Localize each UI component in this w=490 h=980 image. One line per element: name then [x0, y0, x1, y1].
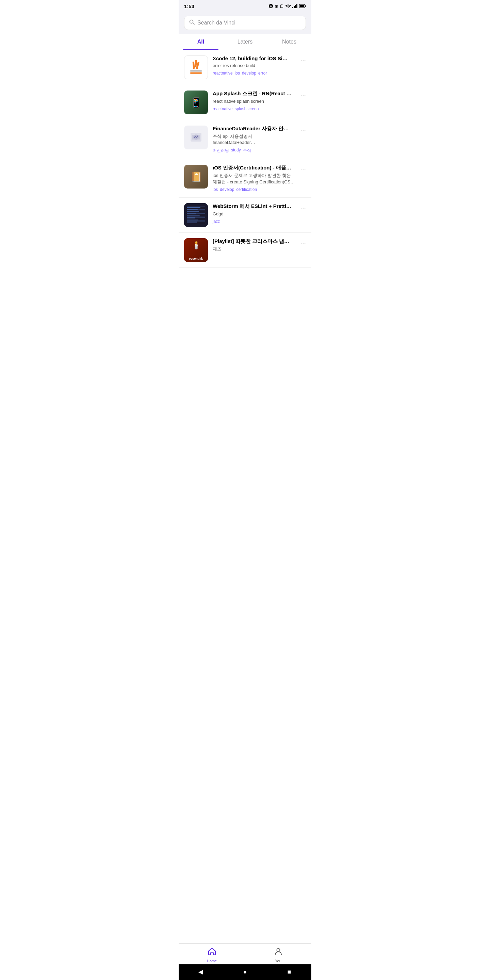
article-list: Xcode 12, building for iOS Simulat... er…	[179, 50, 311, 268]
item-desc: react native splash screen	[213, 98, 295, 105]
svg-rect-25	[187, 220, 198, 221]
more-button[interactable]: ···	[300, 238, 306, 247]
more-button[interactable]: ···	[300, 126, 306, 134]
more-button[interactable]: ···	[300, 91, 306, 99]
item-tags: reactnative splashscreen	[213, 107, 295, 111]
tag: develop	[242, 71, 256, 76]
svg-rect-6	[300, 5, 304, 8]
search-icon	[189, 19, 195, 26]
list-item[interactable]: Xcode 12, building for iOS Simulat... er…	[179, 50, 311, 85]
item-content: App Splash 스크린 - RN(React Nati... react …	[213, 91, 295, 111]
tag: error	[258, 71, 267, 76]
svg-rect-5	[305, 5, 306, 7]
svg-rect-13	[192, 62, 195, 69]
search-bar[interactable]: Search da Vinci	[184, 16, 306, 30]
item-desc: Gdgd	[213, 211, 295, 217]
tag: jazz	[213, 219, 220, 224]
svg-rect-1	[294, 6, 295, 8]
svg-line-8	[193, 23, 195, 25]
tab-bar: All Laters Notes	[179, 34, 311, 50]
more-button[interactable]: ···	[300, 56, 306, 64]
notification-a-icon: 🅐	[269, 4, 273, 9]
svg-rect-21	[187, 211, 199, 212]
more-button[interactable]: ···	[300, 165, 306, 173]
status-icons: 🅐 ⊕ 🗒	[269, 4, 306, 9]
tab-notes[interactable]: Notes	[267, 34, 311, 50]
tag: study	[231, 148, 241, 153]
thumbnail-webstorm	[184, 203, 208, 227]
wifi-icon	[285, 4, 291, 8]
svg-rect-26	[187, 221, 197, 223]
thumbnail-playlist: essential:	[184, 238, 208, 262]
item-content: [Playlist] 따뜻한 크리스마스 냄새가 ... 재즈	[213, 238, 295, 254]
item-desc: error ios release build	[213, 63, 295, 69]
item-tags: 머신러닝 study 주식	[213, 148, 295, 153]
tag: 머신러닝	[213, 148, 229, 153]
item-title: FinanceDataReader 사용자 안내서 |...	[213, 126, 295, 132]
tag: splashscreen	[235, 107, 259, 111]
tab-all[interactable]: All	[179, 34, 223, 50]
search-placeholder: Search da Vinci	[197, 20, 235, 26]
thumbnail-ios	[184, 165, 208, 189]
svg-rect-3	[296, 4, 298, 8]
svg-rect-22	[187, 213, 196, 215]
item-title: WebStorm 에서 ESLint + Prettier...	[213, 203, 295, 210]
tag: certification	[236, 187, 257, 192]
item-title: [Playlist] 따뜻한 크리스마스 냄새가 ...	[213, 238, 295, 245]
item-desc: 주식 api 사용설명서financeDataReader…	[213, 134, 295, 146]
item-content: FinanceDataReader 사용자 안내서 |... 주식 api 사용…	[213, 126, 295, 153]
search-container: Search da Vinci	[179, 12, 311, 34]
thumbnail-phone	[184, 91, 208, 115]
notification-b-icon: ⊕	[275, 4, 278, 9]
status-time: 1:53	[184, 3, 194, 9]
list-item[interactable]: App Splash 스크린 - RN(React Nati... react …	[179, 85, 311, 120]
tag: ios	[213, 187, 218, 192]
svg-rect-0	[292, 7, 293, 8]
item-desc: 재즈	[213, 246, 295, 252]
item-title: App Splash 스크린 - RN(React Nati...	[213, 91, 295, 97]
tag: develop	[220, 187, 234, 192]
item-desc: ios 인증서 문제로 고생하다 발견한 찾은 해결법 - create Sig…	[213, 172, 295, 185]
item-content: WebStorm 에서 ESLint + Prettier... Gdgd ja…	[213, 203, 295, 224]
tag: ios	[235, 71, 240, 76]
item-content: iOS 인증서(Certification) - 애플 개... ios 인증서…	[213, 165, 295, 192]
list-item[interactable]: essential: [Playlist] 따뜻한 크리스마스 냄새가 ... …	[179, 233, 311, 268]
item-tags: jazz	[213, 219, 295, 224]
svg-rect-23	[187, 215, 200, 216]
item-title: Xcode 12, building for iOS Simulat...	[213, 56, 295, 61]
svg-rect-10	[190, 73, 202, 74]
item-tags: ios develop certification	[213, 187, 295, 192]
more-button[interactable]: ···	[300, 203, 306, 212]
thumbnail-stackoverflow	[184, 56, 208, 79]
item-title: iOS 인증서(Certification) - 애플 개...	[213, 165, 295, 171]
item-tags: reactnative ios develop error	[213, 71, 295, 76]
list-item[interactable]: iOS 인증서(Certification) - 애플 개... ios 인증서…	[179, 159, 311, 197]
tag: reactnative	[213, 107, 233, 111]
battery-icon	[299, 4, 306, 8]
svg-rect-18	[184, 203, 208, 227]
notification-c-icon: 🗒	[280, 4, 284, 9]
thumbnail-finance	[184, 126, 208, 150]
item-content: Xcode 12, building for iOS Simulat... er…	[213, 56, 295, 76]
list-item[interactable]: WebStorm 에서 ESLint + Prettier... Gdgd ja…	[179, 198, 311, 233]
svg-rect-24	[187, 218, 195, 218]
svg-rect-19	[187, 207, 200, 208]
tag: 주식	[243, 148, 251, 153]
svg-rect-2	[295, 5, 296, 8]
svg-rect-20	[187, 209, 198, 210]
playlist-label: essential:	[189, 257, 203, 261]
tab-laters[interactable]: Laters	[223, 34, 267, 50]
status-bar: 1:53 🅐 ⊕ 🗒	[179, 0, 311, 12]
list-item[interactable]: FinanceDataReader 사용자 안내서 |... 주식 api 사용…	[179, 120, 311, 159]
signal-icon	[292, 4, 298, 8]
svg-rect-9	[190, 70, 202, 72]
tag: reactnative	[213, 71, 233, 76]
